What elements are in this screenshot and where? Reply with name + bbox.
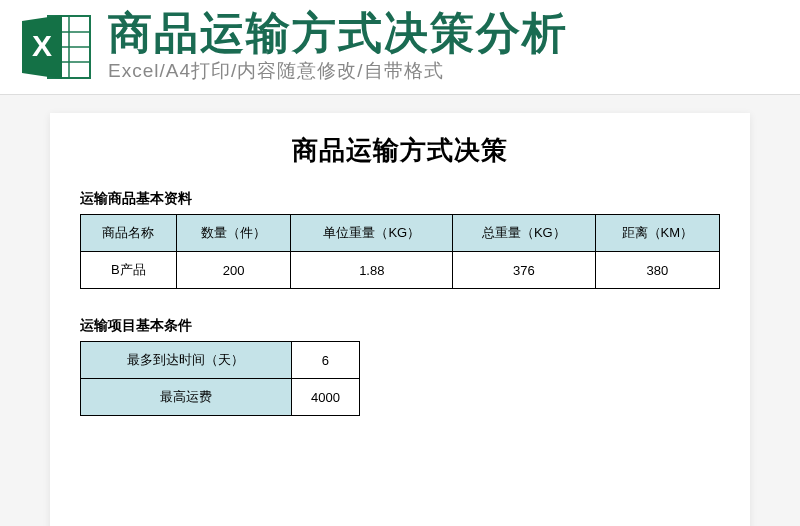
table-header-row: 商品名称 数量（件） 单位重量（KG） 总重量（KG） 距离（KM）	[81, 215, 720, 252]
table-row: 最高运费 4000	[81, 379, 360, 416]
cell-quantity: 200	[176, 252, 291, 289]
document-page: 商品运输方式决策 运输商品基本资料 商品名称 数量（件） 单位重量（KG） 总重…	[50, 113, 750, 526]
cell-label-arrival: 最多到达时间（天）	[81, 342, 292, 379]
document-title: 商品运输方式决策	[80, 133, 720, 168]
cell-product-name: B产品	[81, 252, 177, 289]
cell-distance: 380	[595, 252, 719, 289]
table-row: 最多到达时间（天） 6	[81, 342, 360, 379]
cell-label-maxfee: 最高运费	[81, 379, 292, 416]
col-header: 距离（KM）	[595, 215, 719, 252]
section1-label: 运输商品基本资料	[80, 190, 720, 208]
section2-label: 运输项目基本条件	[80, 317, 720, 335]
excel-icon-letter: X	[32, 29, 52, 62]
col-header: 数量（件）	[176, 215, 291, 252]
main-title: 商品运输方式决策分析	[108, 10, 782, 56]
col-header: 商品名称	[81, 215, 177, 252]
conditions-table: 最多到达时间（天） 6 最高运费 4000	[80, 341, 360, 416]
cell-unit-weight: 1.88	[291, 252, 453, 289]
cell-value-arrival: 6	[291, 342, 359, 379]
cell-value-maxfee: 4000	[291, 379, 359, 416]
sub-title: Excel/A4打印/内容随意修改/自带格式	[108, 58, 782, 84]
excel-icon: X	[18, 11, 96, 83]
product-info-table: 商品名称 数量（件） 单位重量（KG） 总重量（KG） 距离（KM） B产品 2…	[80, 214, 720, 289]
header-bar: X 商品运输方式决策分析 Excel/A4打印/内容随意修改/自带格式	[0, 0, 800, 95]
col-header: 总重量（KG）	[453, 215, 595, 252]
cell-total-weight: 376	[453, 252, 595, 289]
title-block: 商品运输方式决策分析 Excel/A4打印/内容随意修改/自带格式	[108, 10, 782, 84]
table-row: B产品 200 1.88 376 380	[81, 252, 720, 289]
col-header: 单位重量（KG）	[291, 215, 453, 252]
